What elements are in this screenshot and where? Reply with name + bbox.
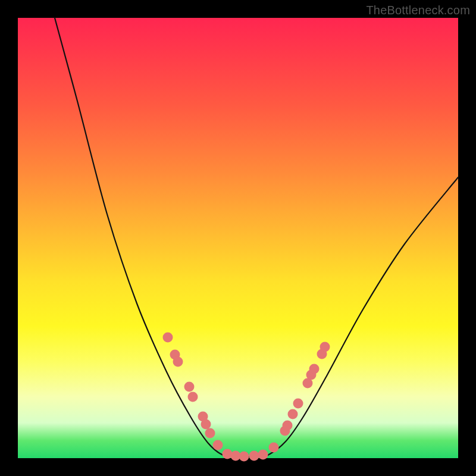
curve-dot	[283, 421, 293, 431]
curve-dot	[269, 443, 279, 453]
plot-area	[18, 18, 458, 458]
chart-container: TheBottleneck.com	[0, 0, 476, 476]
curve-dot	[288, 409, 298, 419]
curve-dot	[188, 392, 198, 402]
curve-dot	[201, 419, 211, 430]
bottleneck-curve	[55, 18, 458, 457]
curve-dot	[163, 333, 173, 343]
curve-dot	[205, 428, 215, 439]
curve-dot	[223, 449, 233, 459]
curve-svg	[18, 18, 458, 458]
curve-dot	[213, 440, 223, 450]
curve-dot	[249, 451, 259, 461]
watermark-text: TheBottleneck.com	[366, 4, 470, 17]
curve-dot	[173, 357, 183, 367]
curve-dot	[239, 452, 249, 462]
curve-dot	[258, 450, 268, 460]
curve-dot	[320, 342, 330, 352]
curve-dots-group	[163, 333, 330, 462]
curve-dot	[184, 382, 195, 392]
curve-dot	[309, 364, 320, 374]
curve-dot	[293, 399, 303, 409]
